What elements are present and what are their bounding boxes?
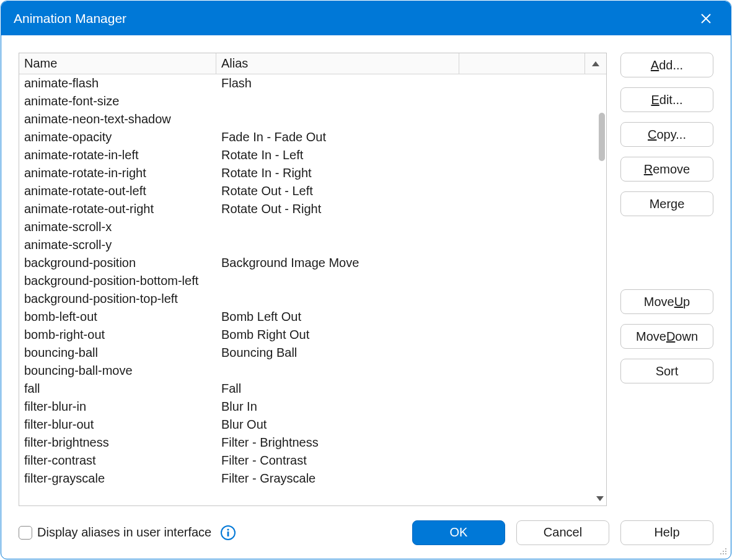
cell-name: animate-neon-text-shadow [19, 112, 216, 126]
cell-name: filter-grayscale [19, 471, 216, 486]
table-row[interactable]: bouncing-ballBouncing Ball [19, 344, 606, 362]
table-row[interactable]: filter-contrastFilter - Contrast [19, 452, 606, 470]
table-header: Name Alias [19, 53, 606, 74]
table-row[interactable]: animate-neon-text-shadow [19, 110, 606, 128]
cell-name: animate-opacity [19, 130, 216, 144]
svg-point-10 [720, 553, 721, 554]
merge-button[interactable]: Merge [620, 191, 713, 216]
remove-button[interactable]: Remove [620, 157, 713, 182]
cell-alias: Filter - Contrast [216, 453, 606, 468]
table-row[interactable]: filter-blur-inBlur In [19, 398, 606, 416]
table-row[interactable]: animate-rotate-out-leftRotate Out - Left [19, 182, 606, 200]
svg-point-5 [227, 528, 229, 530]
cell-name: animate-rotate-in-left [19, 148, 216, 162]
movedown-button[interactable]: Move Down [620, 324, 713, 349]
ok-button[interactable]: OK [412, 520, 505, 545]
cell-alias: Bouncing Ball [216, 346, 606, 360]
cell-alias: Blur Out [216, 418, 606, 432]
cell-alias: Rotate Out - Left [216, 184, 606, 198]
animation-table: Name Alias animate-flashFlashanimate-fon… [19, 53, 607, 506]
help-button[interactable]: Help [620, 520, 713, 545]
cell-alias: Fall [216, 382, 606, 396]
chevron-up-icon [591, 59, 600, 68]
table-row[interactable]: bouncing-ball-move [19, 362, 606, 380]
cell-name: animate-font-size [19, 94, 216, 108]
cell-alias: Rotate In - Left [216, 148, 606, 162]
close-button[interactable] [694, 6, 718, 31]
svg-point-7 [725, 548, 726, 549]
vertical-scrollbar[interactable] [595, 74, 606, 505]
sort-button[interactable]: Sort [620, 359, 713, 383]
cell-name: bomb-left-out [19, 310, 216, 324]
table-row[interactable]: animate-scroll-y [19, 236, 606, 254]
table-row[interactable]: animate-flashFlash [19, 74, 606, 92]
moveup-button[interactable]: Move Up [620, 289, 713, 314]
cell-name: animate-rotate-out-left [19, 184, 216, 198]
column-header-name[interactable]: Name [19, 53, 216, 74]
cell-name: fall [19, 382, 216, 396]
edit-button[interactable]: Edit... [620, 87, 713, 112]
cell-alias: Filter - Grayscale [216, 471, 606, 486]
table-row[interactable]: filter-blur-outBlur Out [19, 416, 606, 434]
resize-grip[interactable] [718, 546, 727, 555]
cell-name: bouncing-ball [19, 346, 216, 360]
copy-button[interactable]: Copy... [620, 122, 713, 147]
scroll-up-button[interactable] [585, 53, 606, 74]
scroll-down-button[interactable] [596, 494, 604, 503]
column-header-empty[interactable] [459, 53, 585, 74]
info-icon[interactable] [220, 525, 236, 541]
table-row[interactable]: filter-grayscaleFilter - Grayscale [19, 470, 606, 488]
cell-name: filter-blur-in [19, 400, 216, 414]
cell-alias: Filter - Brightness [216, 435, 606, 450]
cell-name: animate-flash [19, 76, 216, 90]
svg-marker-3 [596, 496, 604, 501]
dialog-body: Name Alias animate-flashFlashanimate-fon… [1, 35, 731, 506]
cell-alias: Fade In - Fade Out [216, 130, 606, 144]
display-aliases-option: Display aliases in user interface [19, 525, 236, 541]
table-row[interactable]: filter-brightnessFilter - Brightness [19, 434, 606, 452]
table-row[interactable]: fallFall [19, 380, 606, 398]
svg-point-8 [723, 551, 724, 552]
sidebar-spacer [620, 236, 713, 279]
cell-name: animate-scroll-x [19, 220, 216, 234]
cell-alias: Rotate In - Right [216, 166, 606, 180]
table-row[interactable]: bomb-right-outBomb Right Out [19, 326, 606, 344]
cell-name: filter-brightness [19, 435, 216, 450]
dialog-title: Animation Manager [14, 11, 694, 26]
table-row[interactable]: animate-rotate-in-leftRotate In - Left [19, 146, 606, 164]
cell-alias: Rotate Out - Right [216, 202, 606, 216]
svg-rect-6 [227, 532, 229, 536]
cell-alias: Bomb Left Out [216, 310, 606, 324]
table-body-wrap: animate-flashFlashanimate-font-sizeanima… [19, 74, 606, 505]
table-body[interactable]: animate-flashFlashanimate-font-sizeanima… [19, 74, 606, 505]
table-row[interactable]: background-position-bottom-left [19, 272, 606, 290]
add-button[interactable]: Add... [620, 53, 713, 77]
cancel-button[interactable]: Cancel [516, 520, 609, 545]
table-row[interactable]: animate-rotate-in-rightRotate In - Right [19, 164, 606, 182]
cell-name: animate-rotate-in-right [19, 166, 216, 180]
scrollbar-thumb[interactable] [599, 113, 605, 161]
table-row[interactable]: bomb-left-outBomb Left Out [19, 308, 606, 326]
animation-manager-dialog: Animation Manager Name Alias animate-fla… [1, 1, 731, 559]
sidebar-buttons: Add...Edit...Copy...RemoveMerge Move UpM… [620, 53, 713, 506]
cell-name: bomb-right-out [19, 328, 216, 342]
cell-name: background-position-top-left [19, 292, 216, 306]
table-row[interactable]: animate-rotate-out-rightRotate Out - Rig… [19, 200, 606, 218]
close-icon [700, 13, 712, 24]
table-row[interactable]: animate-scroll-x [19, 218, 606, 236]
table-row[interactable]: background-positionBackground Image Move [19, 254, 606, 272]
table-row[interactable]: animate-font-size [19, 92, 606, 110]
display-aliases-checkbox[interactable] [19, 526, 32, 540]
title-bar: Animation Manager [1, 1, 731, 35]
svg-point-9 [725, 551, 726, 552]
table-row[interactable]: background-position-top-left [19, 290, 606, 308]
cell-name: filter-contrast [19, 453, 216, 468]
column-header-alias[interactable]: Alias [216, 53, 459, 74]
table-row[interactable]: animate-opacityFade In - Fade Out [19, 128, 606, 146]
display-aliases-label: Display aliases in user interface [37, 525, 211, 540]
cell-alias: Flash [216, 76, 606, 90]
cell-name: bouncing-ball-move [19, 364, 216, 378]
cell-name: background-position-bottom-left [19, 274, 216, 288]
cell-alias: Bomb Right Out [216, 328, 606, 342]
svg-point-11 [723, 553, 724, 554]
